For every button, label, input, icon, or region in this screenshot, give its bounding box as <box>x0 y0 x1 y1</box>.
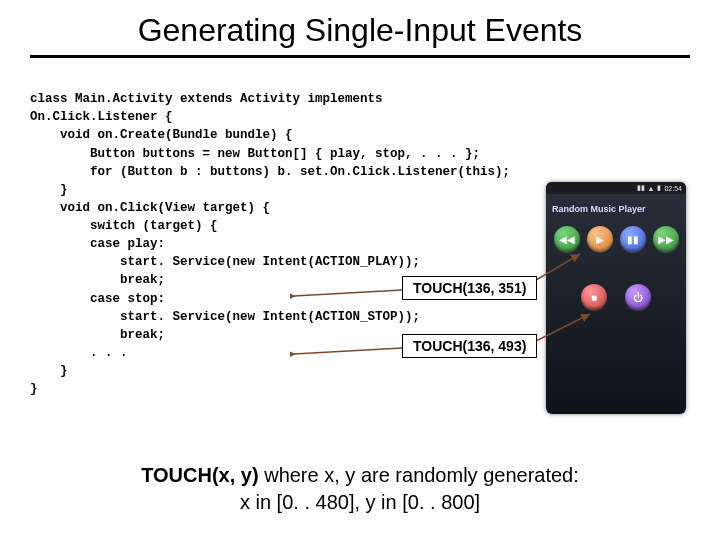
code-line: break; <box>30 273 165 287</box>
code-line: case stop: <box>30 292 165 306</box>
divider <box>30 55 690 58</box>
code-line: start. Service(new Intent(ACTION_PLAY)); <box>30 255 420 269</box>
code-line: On.Click.Listener { <box>30 110 173 124</box>
callout-touch-2: TOUCH(136, 493) <box>402 334 537 358</box>
code-line: case play: <box>30 237 165 251</box>
svg-line-2 <box>294 348 402 354</box>
slide: Generating Single-Input Events class Mai… <box>0 0 720 540</box>
code-line: } <box>30 183 68 197</box>
footer-rest: where x, y are randomly generated: <box>259 464 579 486</box>
code-line: void on.Click(View target) { <box>30 201 270 215</box>
code-line: } <box>30 382 38 396</box>
code-line: break; <box>30 328 165 342</box>
code-line: . . . <box>30 346 128 360</box>
code-line: start. Service(new Intent(ACTION_STOP)); <box>30 310 420 324</box>
svg-line-0 <box>294 290 402 296</box>
code-line: switch (target) { <box>30 219 218 233</box>
page-title: Generating Single-Input Events <box>30 12 690 49</box>
code-line: } <box>30 364 68 378</box>
footer: TOUCH(x, y) where x, y are randomly gene… <box>30 464 690 514</box>
callout-touch-1: TOUCH(136, 351) <box>402 276 537 300</box>
code-line: void on.Create(Bundle bundle) { <box>30 128 293 142</box>
code-line: class Main.Activity extends Activity imp… <box>30 92 383 106</box>
arrow-1-left <box>290 286 404 300</box>
arrow-2-left <box>290 344 404 358</box>
footer-line-2: x in [0. . 480], y in [0. . 800] <box>30 491 690 514</box>
footer-bold: TOUCH(x, y) <box>141 464 258 486</box>
code-line: for (Button b : buttons) b. set.On.Click… <box>30 165 510 179</box>
code-line: Button buttons = new Button[] { play, st… <box>30 147 480 161</box>
footer-line-1: TOUCH(x, y) where x, y are randomly gene… <box>30 464 690 487</box>
